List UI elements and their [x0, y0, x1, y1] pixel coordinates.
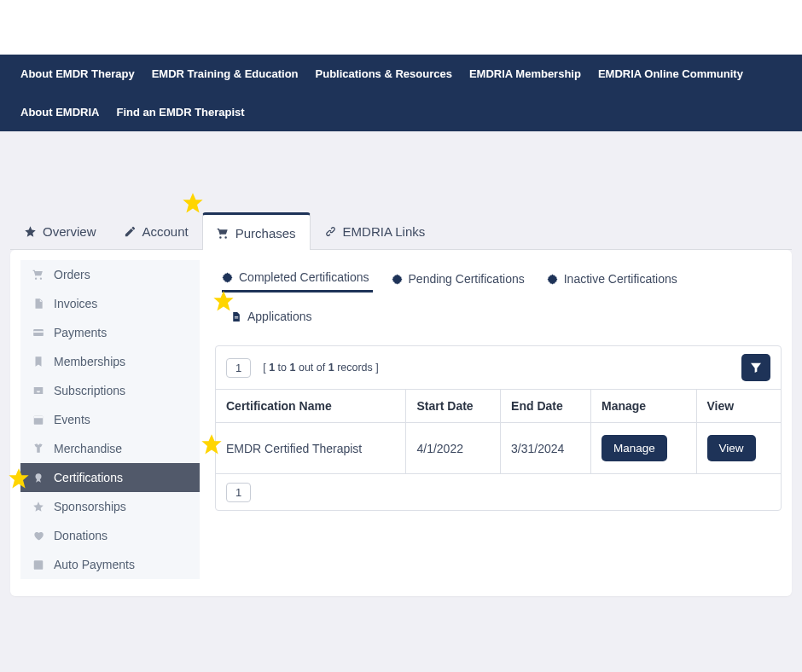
- nav-find-therapist[interactable]: Find an EMDR Therapist: [108, 93, 253, 131]
- pager-top: 1 [ 1 to 1 out of 1 records ]: [216, 346, 781, 389]
- tab-links-label: EMDRIA Links: [343, 224, 426, 239]
- certifications-table: Certification Name Start Date End Date M…: [216, 389, 781, 474]
- sidebar-item-subscriptions[interactable]: Subscriptions: [20, 376, 200, 405]
- sidebar-item-label: Orders: [54, 268, 90, 281]
- certifications-table-box: 1 [ 1 to 1 out of 1 records ] Certificat…: [215, 345, 782, 511]
- file-icon: [230, 311, 241, 322]
- sidebar-item-payments[interactable]: Payments: [20, 318, 200, 347]
- col-view[interactable]: View: [696, 390, 781, 423]
- cert-subtabs: Completed Certifications Pending Certifi…: [215, 265, 782, 293]
- sidebar-item-certifications[interactable]: Certifications: [20, 463, 200, 492]
- primary-nav: About EMDR Therapy EMDR Training & Educa…: [0, 55, 802, 131]
- tab-purchases[interactable]: Purchases: [202, 212, 311, 250]
- page-current-bottom[interactable]: 1: [226, 483, 251, 502]
- col-cert-name[interactable]: Certification Name: [216, 390, 406, 423]
- sidebar-item-label: Events: [54, 413, 90, 426]
- svg-rect-7: [235, 317, 238, 318]
- page-current[interactable]: 1: [226, 358, 251, 378]
- sidebar-item-label: Subscriptions: [54, 384, 125, 397]
- subtab-applications[interactable]: Applications: [230, 303, 316, 330]
- funnel-icon: [749, 361, 763, 374]
- filter-button[interactable]: [741, 354, 770, 381]
- svg-rect-6: [235, 316, 238, 316]
- seal-icon: [547, 274, 558, 285]
- records-summary: [ 1 to 1 out of 1 records ]: [263, 362, 379, 374]
- sidebar-item-invoices[interactable]: Invoices: [20, 289, 200, 318]
- sidebar-item-auto-payments[interactable]: Auto Payments: [20, 550, 200, 579]
- col-end-date[interactable]: End Date: [501, 390, 591, 423]
- sidebar-item-label: Auto Payments: [54, 558, 135, 571]
- inbox-icon: [32, 385, 44, 397]
- card-icon: [32, 327, 44, 339]
- tab-overview[interactable]: Overview: [10, 212, 110, 249]
- cell-view: View: [696, 423, 781, 474]
- subtab-label: Inactive Certifications: [564, 272, 677, 286]
- sidebar-item-label: Certifications: [54, 471, 123, 484]
- sidebar-item-label: Sponsorships: [54, 500, 126, 513]
- tab-links[interactable]: EMDRIA Links: [311, 212, 439, 249]
- table-header-row: Certification Name Start Date End Date M…: [216, 390, 781, 423]
- sidebar-item-memberships[interactable]: Memberships: [20, 347, 200, 376]
- tab-account-label: Account: [142, 224, 189, 239]
- nav-training[interactable]: EMDR Training & Education: [143, 55, 307, 93]
- cell-start-date: 4/1/2022: [406, 423, 501, 474]
- sidebar-item-sponsorships[interactable]: Sponsorships: [20, 492, 200, 521]
- nav-about-therapy[interactable]: About EMDR Therapy: [12, 55, 143, 93]
- heart-icon: [32, 530, 44, 542]
- svg-rect-5: [34, 560, 44, 570]
- subtab-completed[interactable]: Completed Certifications: [222, 263, 373, 293]
- svg-rect-3: [34, 415, 44, 418]
- cart-icon: [217, 227, 230, 240]
- cell-manage: Manage: [591, 423, 697, 474]
- calendar-icon: [32, 414, 44, 426]
- subtab-label: Completed Certifications: [239, 270, 369, 284]
- subtab-inactive[interactable]: Inactive Certifications: [547, 265, 681, 293]
- sidebar: Orders Invoices Payments Memberships Sub…: [20, 260, 200, 579]
- seal-icon: [222, 272, 233, 283]
- cert-subtabs-row2: Applications: [215, 303, 782, 330]
- tab-overview-label: Overview: [43, 224, 96, 239]
- manage-button[interactable]: Manage: [602, 435, 667, 461]
- star-icon: [32, 501, 44, 513]
- bookmark-icon: [32, 356, 44, 368]
- nav-community[interactable]: EMDRIA Online Community: [590, 55, 752, 93]
- sidebar-item-label: Donations: [54, 529, 108, 542]
- pager-bottom: 1: [216, 474, 781, 510]
- seal-icon: [32, 472, 44, 484]
- subtab-pending[interactable]: Pending Certifications: [392, 265, 528, 293]
- link-icon: [324, 225, 337, 238]
- tshirt-icon: [32, 443, 44, 455]
- sidebar-item-label: Memberships: [54, 355, 125, 368]
- seal-icon: [392, 274, 403, 285]
- calendar-icon: [32, 559, 44, 571]
- subtab-label: Applications: [247, 310, 312, 323]
- sidebar-item-events[interactable]: Events: [20, 405, 200, 434]
- sidebar-item-label: Invoices: [54, 297, 97, 310]
- tab-purchases-label: Purchases: [235, 226, 296, 240]
- main-area: Completed Certifications Pending Certifi…: [215, 260, 782, 579]
- cell-cert-name: EMDR Certified Therapist: [216, 423, 406, 474]
- cell-end-date: 3/31/2024: [501, 423, 591, 474]
- col-start-date[interactable]: Start Date: [406, 390, 501, 423]
- sidebar-item-merchandise[interactable]: Merchandise: [20, 434, 200, 463]
- svg-rect-1: [33, 331, 44, 333]
- cart-icon: [32, 269, 44, 281]
- table-row: EMDR Certified Therapist 4/1/2022 3/31/2…: [216, 423, 781, 474]
- nav-publications[interactable]: Publications & Resources: [307, 55, 461, 93]
- tab-account[interactable]: Account: [110, 212, 202, 249]
- subtab-label: Pending Certifications: [409, 272, 525, 286]
- sidebar-item-orders[interactable]: Orders: [20, 260, 200, 289]
- content-panel: Orders Invoices Payments Memberships Sub…: [10, 250, 792, 596]
- sidebar-item-label: Merchandise: [54, 442, 122, 455]
- svg-point-4: [36, 473, 42, 479]
- sidebar-item-label: Payments: [54, 326, 107, 339]
- nav-about-emdria[interactable]: About EMDRIA: [12, 93, 108, 131]
- star-icon: [24, 225, 37, 238]
- main-tabs: Overview Account Purchases EMDRIA Links: [10, 212, 792, 250]
- edit-icon: [124, 225, 137, 238]
- sidebar-item-donations[interactable]: Donations: [20, 521, 200, 550]
- view-button[interactable]: View: [707, 435, 756, 461]
- col-manage[interactable]: Manage: [591, 390, 697, 423]
- nav-membership[interactable]: EMDRIA Membership: [461, 55, 590, 93]
- file-icon: [32, 298, 44, 310]
